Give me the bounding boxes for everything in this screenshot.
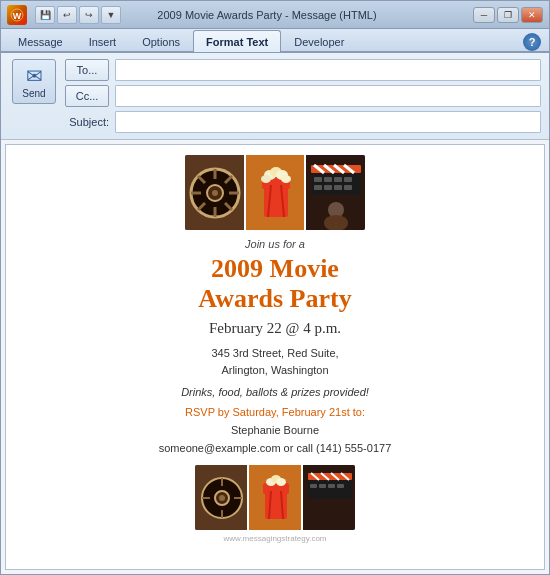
- send-icon: ✉: [21, 64, 47, 88]
- svg-rect-51: [263, 483, 289, 494]
- footer-film-reel-panel: [195, 465, 247, 530]
- footer-clapperboard-panel: [303, 465, 355, 530]
- party-contact: Stephanie Bourne someone@example.com or …: [36, 422, 514, 457]
- party-drinks: Drinks, food, ballots & prizes provided!: [36, 386, 514, 398]
- svg-rect-38: [344, 185, 352, 190]
- email-header: ✉ Send To... Cc... Subject:: [1, 53, 549, 140]
- subject-row: Subject:: [65, 111, 541, 133]
- subject-label: Subject:: [65, 116, 109, 128]
- svg-point-21: [281, 175, 291, 183]
- svg-rect-37: [334, 185, 342, 190]
- svg-text:W: W: [13, 11, 22, 21]
- svg-point-20: [261, 175, 271, 183]
- svg-point-54: [276, 478, 286, 486]
- svg-point-5: [212, 190, 218, 196]
- window-title: 2009 Movie Awards Party - Message (HTML): [61, 9, 473, 21]
- save-quick-btn[interactable]: 💾: [35, 6, 55, 24]
- close-button[interactable]: ✕: [521, 7, 543, 23]
- email-content: Join us for a 2009 Movie Awards Party Fe…: [6, 145, 544, 553]
- tab-message[interactable]: Message: [5, 30, 76, 52]
- svg-rect-65: [319, 484, 326, 488]
- email-body: Join us for a 2009 Movie Awards Party Fe…: [5, 144, 545, 570]
- svg-rect-64: [310, 484, 317, 488]
- minimize-button[interactable]: ─: [473, 7, 495, 23]
- svg-rect-36: [324, 185, 332, 190]
- send-label: Send: [21, 88, 47, 99]
- svg-rect-33: [334, 177, 342, 182]
- cc-input[interactable]: [115, 85, 541, 107]
- party-title: 2009 Movie Awards Party: [36, 254, 514, 314]
- footer-image: [195, 465, 355, 530]
- tab-format-text[interactable]: Format Text: [193, 30, 281, 52]
- svg-rect-35: [314, 185, 322, 190]
- tab-insert[interactable]: Insert: [76, 30, 130, 52]
- to-button[interactable]: To...: [65, 59, 109, 81]
- cc-row: Cc...: [65, 85, 541, 107]
- svg-rect-34: [344, 177, 352, 182]
- to-input[interactable]: [115, 59, 541, 81]
- header-image: [185, 155, 365, 230]
- popcorn-panel: [246, 155, 305, 230]
- svg-rect-32: [324, 177, 332, 182]
- window-controls: ─ ❐ ✕: [473, 7, 543, 23]
- clapperboard-panel: [306, 155, 365, 230]
- watermark: www.messagingstrategy.com: [36, 534, 514, 543]
- svg-rect-66: [328, 484, 335, 488]
- svg-rect-67: [337, 484, 344, 488]
- subject-input[interactable]: [115, 111, 541, 133]
- help-button[interactable]: ?: [523, 33, 541, 51]
- svg-point-44: [219, 495, 225, 501]
- svg-rect-31: [314, 177, 322, 182]
- join-text: Join us for a: [36, 238, 514, 250]
- titlebar: W 💾 ↩ ↪ ▼ 2009 Movie Awards Party - Mess…: [1, 1, 549, 29]
- tab-developer[interactable]: Developer: [281, 30, 357, 52]
- ribbon: Message Insert Options Format Text Devel…: [1, 29, 549, 53]
- send-button[interactable]: ✉ Send: [12, 59, 56, 104]
- party-date: February 22 @ 4 p.m.: [36, 320, 514, 337]
- tab-options[interactable]: Options: [129, 30, 193, 52]
- restore-button[interactable]: ❐: [497, 7, 519, 23]
- party-rsvp: RSVP by Saturday, February 21st to:: [36, 406, 514, 418]
- email-body-scroll: Join us for a 2009 Movie Awards Party Fe…: [6, 145, 544, 569]
- film-reel-panel: [185, 155, 244, 230]
- footer-popcorn-panel: [249, 465, 301, 530]
- main-window: W 💾 ↩ ↪ ▼ 2009 Movie Awards Party - Mess…: [0, 0, 550, 575]
- cc-button[interactable]: Cc...: [65, 85, 109, 107]
- office-logo-icon[interactable]: W: [7, 5, 27, 25]
- ribbon-tabs: Message Insert Options Format Text Devel…: [1, 29, 361, 51]
- party-address: 345 3rd Street, Red Suite, Arlington, Wa…: [36, 345, 514, 380]
- to-row: To...: [65, 59, 541, 81]
- ribbon-tab-bar: Message Insert Options Format Text Devel…: [1, 29, 549, 51]
- email-fields: To... Cc... Subject:: [65, 59, 541, 133]
- send-button-area: ✉ Send: [9, 59, 59, 133]
